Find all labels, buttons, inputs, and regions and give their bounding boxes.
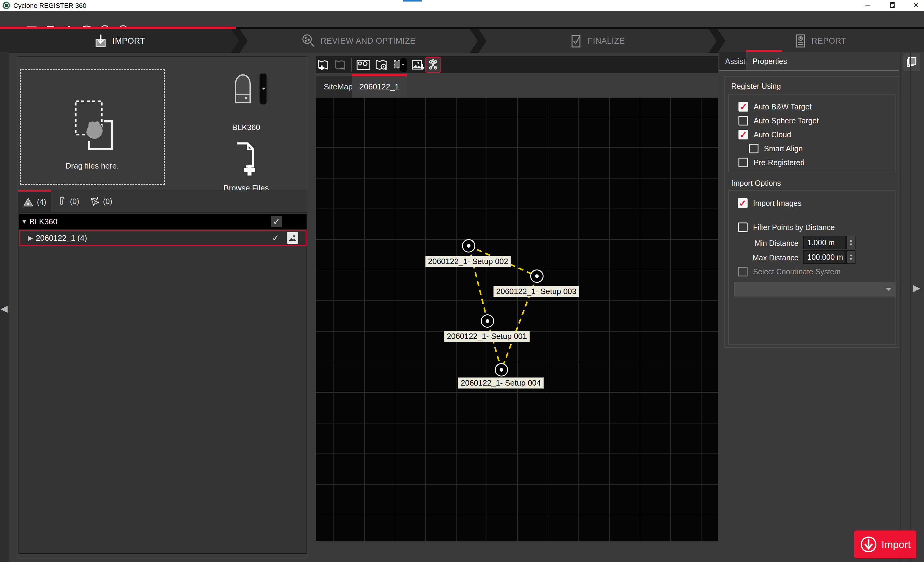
- register-option-row: ✓Auto B&W Target: [738, 101, 812, 112]
- title-bar: Cyclone REGISTER 360 – ✕: [0, 0, 924, 11]
- expand-arrow-icon[interactable]: ▼: [19, 218, 29, 225]
- select-coordinate-row: Select Coordinate System: [738, 266, 841, 277]
- min-distance-label: Min Distance: [741, 239, 798, 248]
- filter-points-checkbox[interactable]: [738, 222, 748, 232]
- tab-count: (4): [37, 198, 46, 207]
- setup-node[interactable]: [495, 363, 508, 376]
- tab-links[interactable]: (0): [85, 190, 117, 213]
- workflow-step-import[interactable]: IMPORT: [0, 29, 239, 53]
- tree-row-blk360[interactable]: ▼ BLK360 ✓: [19, 214, 306, 229]
- link-graph-icon: [90, 196, 99, 206]
- register-option-row: Auto Sphere Target: [738, 115, 819, 126]
- restore-button[interactable]: [878, 0, 906, 10]
- select-coordinate-checkbox[interactable]: [738, 267, 748, 276]
- setup-node[interactable]: [530, 270, 543, 283]
- tab-separator: [719, 70, 899, 71]
- tree-row-dataset[interactable]: ▶ 2060122_1 (4) ✓: [19, 230, 306, 246]
- min-distance-input[interactable]: 1.000 m: [803, 236, 846, 249]
- workflow-step-label: FINALIZE: [588, 36, 625, 46]
- register-option-row: Pre-Registered: [738, 157, 804, 168]
- import-options-group: ✓ Import Images Filter Points by Distanc…: [728, 190, 896, 345]
- register-option-row: ✓Auto Cloud: [738, 129, 791, 140]
- import-list-tabs: (4) (0) (0): [18, 190, 308, 213]
- tree-check-icon[interactable]: ✓: [271, 216, 282, 227]
- blk360-device-button[interactable]: BLK360: [211, 72, 281, 133]
- add-sitemap-icon[interactable]: [316, 58, 330, 72]
- browse-files-button[interactable]: Browse Files: [211, 138, 281, 194]
- min-distance-spinner[interactable]: ▲▼: [846, 236, 855, 249]
- application-window: Cyclone REGISTER 360 – ✕ ? i: [0, 0, 924, 562]
- tab-count: (0): [103, 197, 112, 206]
- sitemap-canvas[interactable]: 2060122_1- Setup 0022060122_1- Setup 003…: [316, 97, 718, 541]
- properties-content: Register Using ✓Auto B&W TargetAuto Sphe…: [724, 76, 899, 348]
- selection-mode-dropdown[interactable]: [400, 58, 407, 72]
- max-distance-label: Max Distance: [741, 253, 798, 262]
- tab-properties[interactable]: Properties: [746, 52, 793, 70]
- checkbox[interactable]: ✓: [738, 130, 748, 139]
- review-stage-icon: [301, 34, 316, 48]
- checkbox[interactable]: [738, 116, 748, 126]
- map-location-icon[interactable]: [374, 58, 388, 72]
- coordinate-system-dropdown[interactable]: [734, 282, 896, 297]
- paperclip-icon: [57, 196, 66, 206]
- checkbox[interactable]: [738, 157, 748, 167]
- tab-label: 2060122_1: [360, 82, 399, 91]
- setup-label[interactable]: 2060122_1- Setup 004: [458, 378, 544, 389]
- filter-points-row: Filter Points by Distance: [738, 222, 835, 233]
- expand-right-panel-arrow-icon[interactable]: ▶: [913, 283, 920, 293]
- tree-image-icon[interactable]: [287, 232, 298, 244]
- toolbar-separator: [351, 58, 352, 72]
- create-links-tool-icon[interactable]: [425, 57, 441, 73]
- checkbox[interactable]: ✓: [738, 102, 748, 112]
- checkbox[interactable]: [749, 144, 759, 153]
- panel-divider: [910, 52, 911, 562]
- checkbox-label: Smart Align: [764, 144, 803, 153]
- workflow-step-review[interactable]: REVIEW AND OPTIMIZE: [239, 29, 478, 53]
- import-button[interactable]: Import: [854, 531, 916, 558]
- collapse-left-panel-arrow-icon[interactable]: ◀: [1, 303, 8, 314]
- workflow-bar: IMPORT REVIEW AND OPTIMIZE FINALIZE REPO…: [0, 29, 924, 53]
- checkbox-label: Auto B&W Target: [754, 102, 812, 111]
- checkbox-label: Auto Cloud: [754, 130, 791, 139]
- max-distance-spinner[interactable]: ▲▼: [846, 250, 855, 264]
- blk360-count-slider[interactable]: [259, 73, 267, 105]
- workflow-step-report[interactable]: REPORT: [717, 29, 924, 53]
- register-option-row: Smart Align: [749, 143, 803, 154]
- setup-label[interactable]: 2060122_1- Setup 001: [444, 331, 530, 342]
- import-images-checkbox[interactable]: ✓: [738, 198, 748, 208]
- sitemap-tab-strip: SiteMap 1 2060122_1: [316, 74, 718, 97]
- section-title: Import Options: [731, 179, 781, 187]
- minimize-button[interactable]: –: [854, 0, 882, 10]
- drag-files-icon: [72, 97, 121, 152]
- close-button[interactable]: ✕: [902, 0, 924, 10]
- export-image-icon[interactable]: [411, 58, 425, 72]
- app-logo-icon: [2, 1, 10, 9]
- layers-icon: [907, 57, 917, 67]
- drag-files-dropzone[interactable]: Drag files here.: [20, 69, 165, 184]
- tree-row-label: 2060122_1 (4): [36, 234, 87, 243]
- workflow-step-label: REPORT: [811, 36, 846, 46]
- setup-node[interactable]: [462, 239, 476, 252]
- workflow-step-finalize[interactable]: FINALIZE: [478, 29, 717, 53]
- tab-attachments[interactable]: (0): [53, 190, 83, 213]
- import-button-label: Import: [882, 539, 910, 550]
- max-distance-input[interactable]: 100.000 m: [803, 250, 846, 264]
- properties-panel: Assistant Properties Register Using ✓Aut…: [719, 52, 924, 562]
- setup-node[interactable]: [481, 314, 494, 328]
- register-using-group: ✓Auto B&W TargetAuto Sphere Target✓Auto …: [728, 94, 896, 172]
- left-collapse-rail: ◀: [0, 52, 9, 562]
- remove-sitemap-icon[interactable]: [333, 58, 347, 72]
- expand-arrow-icon[interactable]: ▶: [26, 234, 36, 241]
- tab-dataset[interactable]: 2060122_1: [352, 76, 407, 97]
- panel-layout-button[interactable]: [903, 53, 920, 71]
- section-title: Register Using: [731, 82, 781, 91]
- geotag-image-icon[interactable]: [356, 58, 370, 72]
- setup-label[interactable]: 2060122_1- Setup 003: [494, 286, 579, 297]
- tree-check-icon[interactable]: ✓: [270, 232, 281, 244]
- import-stage-icon: [94, 34, 108, 48]
- tab-warnings[interactable]: (4): [18, 190, 51, 213]
- blk360-device-label: BLK360: [211, 123, 281, 132]
- workflow-step-label: IMPORT: [112, 36, 145, 46]
- setup-label[interactable]: 2060122_1- Setup 002: [425, 256, 511, 267]
- background-app-sliver: [403, 0, 422, 1]
